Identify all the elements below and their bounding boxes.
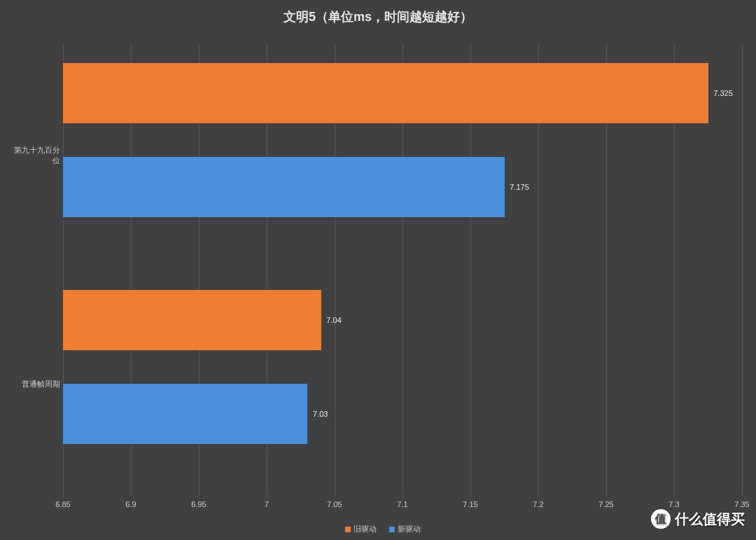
legend-swatch-new-icon [389,527,395,532]
legend-label-new: 新驱动 [398,525,421,533]
bar-value-label: 7.325 [713,89,733,97]
x-tick: 6.95 [191,500,206,508]
bar-value-label: 7.04 [326,316,341,324]
legend-swatch-old-icon [345,527,351,532]
chart-plot-area: 6.85 6.9 6.95 7 7.05 7.1 7.15 7.2 7.25 7… [63,43,742,497]
y-category-label: 第九十九百分位 [7,145,60,166]
y-category-label: 普通帧周期 [7,379,60,389]
bar-value-label: 7.03 [313,410,328,418]
bar-value-label: 7.175 [510,183,529,191]
watermark-text: 什么值得买 [675,510,745,529]
x-tick: 7.3 [668,500,679,508]
x-tick: 7.2 [533,500,543,508]
x-tick: 6.85 [55,500,70,508]
x-tick: 7 [265,500,269,508]
x-tick: 7.05 [327,500,342,508]
chart-title: 文明5（单位ms，时间越短越好） [0,0,756,25]
chart-legend: 旧驱动 新驱动 [0,524,756,534]
bar-old-driver [63,290,321,350]
x-tick: 7.15 [463,500,477,508]
bar-new-driver [63,384,307,444]
x-tick: 7.35 [734,500,749,508]
x-tick: 7.1 [397,500,407,508]
bar-old-driver [63,63,708,123]
watermark: 值 什么值得买 [651,509,745,529]
watermark-badge-icon: 值 [651,509,671,529]
legend-label-old: 旧驱动 [354,525,377,533]
bar-new-driver [63,157,505,217]
x-tick: 7.25 [598,500,613,508]
x-tick: 6.9 [125,500,136,508]
